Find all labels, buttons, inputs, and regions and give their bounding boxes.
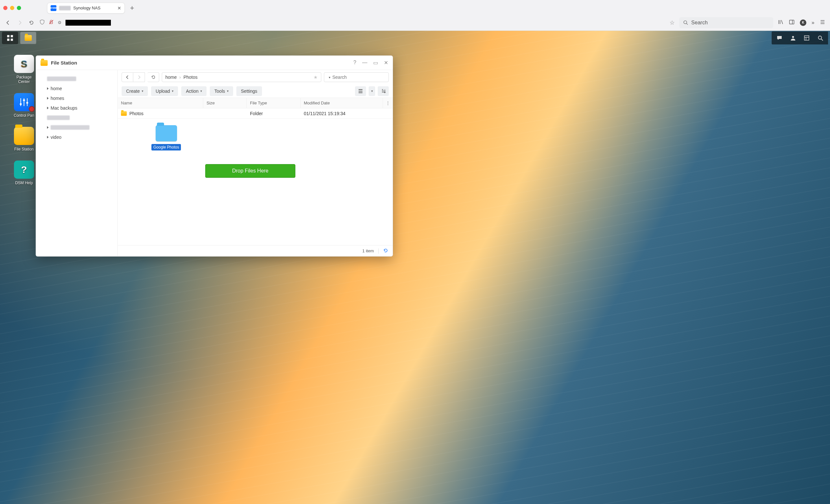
sidebar-root[interactable] bbox=[36, 113, 117, 123]
sidebar-item-home[interactable]: home bbox=[36, 84, 117, 93]
action-button[interactable]: Action▾ bbox=[181, 86, 206, 96]
button-label: Tools bbox=[214, 89, 225, 94]
dsm-taskbar bbox=[0, 31, 830, 45]
redacted-text bbox=[47, 116, 70, 120]
status-reload-button[interactable] bbox=[383, 248, 388, 254]
taskbar-filestation-button[interactable] bbox=[20, 32, 36, 44]
browser-reload-button[interactable] bbox=[28, 19, 35, 26]
sidebar-item-homes[interactable]: homes bbox=[36, 93, 117, 103]
minimize-button[interactable]: — bbox=[362, 60, 368, 66]
sidebar-root[interactable] bbox=[36, 74, 117, 84]
chevron-right-icon: › bbox=[179, 74, 181, 80]
column-name[interactable]: Name bbox=[118, 98, 203, 108]
cell-modified: 01/11/2021 15:19:34 bbox=[304, 111, 345, 116]
list-view-button[interactable] bbox=[355, 86, 366, 96]
chevron-down-icon: ▾ bbox=[172, 89, 173, 93]
search-icon bbox=[683, 20, 688, 25]
dsm-help-icon: ? bbox=[14, 161, 34, 179]
window-close-button[interactable] bbox=[3, 6, 7, 10]
divider bbox=[378, 248, 379, 254]
settings-button[interactable]: Settings bbox=[236, 86, 262, 96]
lock-slash-icon[interactable] bbox=[49, 20, 54, 26]
new-tab-button[interactable]: + bbox=[128, 4, 136, 12]
menu-icon[interactable] bbox=[820, 19, 826, 26]
search-field[interactable] bbox=[332, 74, 389, 80]
svg-rect-4 bbox=[11, 35, 13, 37]
filestation-app-icon bbox=[40, 60, 47, 66]
bookmark-star-icon[interactable]: ☆ bbox=[670, 19, 675, 26]
traffic-lights bbox=[3, 6, 21, 10]
desktop-icon-control-panel[interactable]: Control Pan bbox=[12, 93, 36, 118]
view-options-button[interactable]: ▾ bbox=[369, 86, 375, 96]
button-label: Settings bbox=[241, 89, 257, 94]
tab-close-button[interactable]: ✕ bbox=[117, 5, 121, 11]
reader-icon[interactable] bbox=[789, 19, 795, 26]
svg-point-1 bbox=[684, 21, 687, 24]
browser-toolbar: ⚙ ☆ Search K » bbox=[0, 14, 830, 30]
drop-area[interactable]: Google Photos Drop Files Here bbox=[118, 119, 393, 245]
chevron-down-icon[interactable]: ▾ bbox=[329, 75, 330, 79]
filestation-action-toolbar: Create▾ Upload▾ Action▾ Tools▾ Settings … bbox=[118, 84, 393, 98]
user-icon[interactable] bbox=[787, 32, 800, 44]
browser-forward-button[interactable] bbox=[16, 19, 23, 26]
item-count: 1 item bbox=[362, 248, 374, 253]
desktop-icon-file-station[interactable]: File Station bbox=[12, 127, 36, 152]
dsm-desktop: S Package Center Control Pan File Statio… bbox=[0, 31, 830, 504]
folder-icon bbox=[121, 111, 127, 116]
chat-icon[interactable] bbox=[773, 32, 786, 44]
sidebar-item-label: Mac backups bbox=[51, 105, 77, 111]
browser-tab[interactable]: DSM Synology NAS ✕ bbox=[47, 3, 125, 13]
svg-rect-3 bbox=[7, 35, 9, 37]
nav-forward-button[interactable] bbox=[133, 72, 145, 82]
sidebar-item-label: home bbox=[51, 86, 62, 91]
window-zoom-button[interactable] bbox=[17, 6, 21, 10]
sidebar-item-video[interactable]: video bbox=[36, 132, 117, 142]
column-options-button[interactable]: ⋮ bbox=[383, 98, 393, 108]
sort-button[interactable] bbox=[378, 86, 389, 96]
filestation-titlebar[interactable]: File Station ? — ▭ ✕ bbox=[36, 56, 393, 70]
dragged-folder-label: Google Photos bbox=[151, 144, 181, 151]
library-icon[interactable] bbox=[778, 19, 784, 26]
dragged-folder[interactable]: Google Photos bbox=[151, 125, 181, 151]
main-menu-button[interactable] bbox=[2, 32, 18, 44]
column-modified[interactable]: Modified Date bbox=[300, 98, 383, 108]
upload-button[interactable]: Upload▾ bbox=[151, 86, 178, 96]
button-label: Action bbox=[186, 89, 198, 94]
nav-reload-button[interactable] bbox=[148, 72, 159, 82]
sidebar-item-redacted[interactable] bbox=[36, 123, 117, 132]
chevron-down-icon: ▾ bbox=[200, 89, 202, 93]
svg-point-9 bbox=[818, 36, 822, 39]
desktop-icon-dsm-help[interactable]: ? DSM Help bbox=[12, 161, 36, 185]
shield-icon[interactable] bbox=[39, 20, 45, 26]
chevron-down-icon: ▾ bbox=[227, 89, 229, 93]
help-button[interactable]: ? bbox=[353, 60, 356, 66]
icon-label: Package Center bbox=[12, 75, 36, 84]
maximize-button[interactable]: ▭ bbox=[373, 60, 378, 66]
breadcrumb-segment[interactable]: home bbox=[165, 74, 177, 80]
breadcrumb[interactable]: home › Photos ★ bbox=[162, 72, 321, 82]
widgets-icon[interactable] bbox=[800, 32, 813, 44]
close-button[interactable]: ✕ bbox=[384, 60, 388, 66]
browser-search-box[interactable]: Search bbox=[679, 17, 773, 28]
breadcrumb-segment[interactable]: Photos bbox=[184, 74, 198, 80]
favorite-star-icon[interactable]: ★ bbox=[314, 74, 318, 80]
table-row[interactable]: Photos Folder 01/11/2021 15:19:34 bbox=[118, 108, 393, 119]
column-size[interactable]: Size bbox=[203, 98, 247, 108]
window-minimize-button[interactable] bbox=[10, 6, 14, 10]
chevron-down-icon: ▾ bbox=[142, 89, 143, 93]
search-icon[interactable] bbox=[814, 32, 827, 44]
permissions-icon[interactable]: ⚙ bbox=[58, 20, 62, 25]
sidebar-item-mac-backups[interactable]: Mac backups bbox=[36, 103, 117, 113]
filestation-search[interactable]: ▾ bbox=[324, 72, 389, 82]
icon-label: Control Pan bbox=[13, 113, 34, 118]
nav-back-button[interactable] bbox=[122, 72, 133, 82]
tools-button[interactable]: Tools▾ bbox=[210, 86, 233, 96]
column-filetype[interactable]: File Type bbox=[247, 98, 300, 108]
package-center-icon: S bbox=[14, 55, 34, 73]
overflow-icon[interactable]: » bbox=[811, 20, 815, 26]
browser-back-button[interactable] bbox=[4, 19, 12, 26]
create-button[interactable]: Create▾ bbox=[122, 86, 148, 96]
redacted-text bbox=[47, 76, 76, 81]
desktop-icon-package-center[interactable]: S Package Center bbox=[12, 55, 36, 84]
profile-avatar-icon[interactable]: K bbox=[800, 20, 806, 26]
